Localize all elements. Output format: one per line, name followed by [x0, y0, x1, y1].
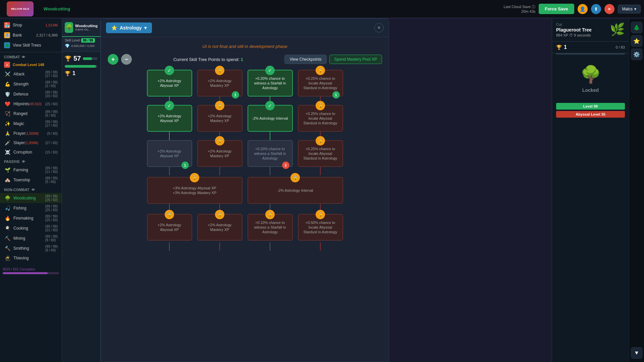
node-4-2[interactable]: 🔒 -2% Astrology Interval: [248, 177, 343, 204]
node-5-4[interactable]: 🔒 +0.50% chance to locate Abyssal Stardu…: [298, 214, 343, 241]
node-2-4[interactable]: 🔒 +0.25% chance to locate Abyssal Stardu…: [298, 105, 343, 132]
sidebar-item-bank[interactable]: 🏦 Bank 2,317 / 6,989: [0, 30, 62, 40]
trophy-icon-left: 🏆: [65, 55, 71, 62]
node-3-3[interactable]: +0.20% chance to witness a Starfall in A…: [248, 140, 293, 167]
farming-levels: (99 / 99)(11 / 60): [45, 166, 58, 174]
astrology-panel: ⭐ Astrology ▾ × UI is not final and stil…: [101, 18, 389, 362]
close-button[interactable]: ×: [604, 4, 614, 14]
right-icon-1[interactable]: 🌲: [631, 22, 642, 33]
node-3-4[interactable]: 🔒 +0.25% chance to locate Abyssal Stardu…: [298, 140, 343, 167]
node-1-4-lock: 🔒: [316, 66, 325, 75]
skill-item-mining[interactable]: ⛏️ Mining (99 / 99)(9 / 60): [0, 233, 62, 243]
wc-header: 🌳 Woodcutting Game Gu...: [62, 18, 101, 37]
right-icon-3[interactable]: ⚙️: [631, 49, 642, 60]
logo-image: MELVOR IDLE: [7, 1, 34, 16]
node-1-2[interactable]: 🔒 +2% Astrology Mastery XP 1: [197, 70, 243, 97]
level-bar-red: Abyssal Level 35: [556, 111, 625, 118]
node-4-1[interactable]: 🔒 +3% Astrology Abyssal XP +3% Astrology…: [147, 177, 243, 204]
chevron-down-icon: ▾: [634, 7, 636, 11]
defence-label: Defence: [13, 92, 43, 97]
skill-item-strength[interactable]: 💪 Strength (99 / 99)(2 / 60): [0, 79, 62, 89]
tree-row-4: 🔒 +3% Astrology Abyssal XP +3% Astrology…: [147, 177, 343, 204]
view-checkpoints-button[interactable]: View Checkpoints: [284, 55, 326, 64]
sidebar-item-view-skill-trees[interactable]: 🌲 View Skill Trees: [0, 40, 62, 50]
right-panel: Cut Plagueroot Tree 884 XP ⏱ 9 seconds 🌿…: [552, 18, 629, 362]
trophy-right-count: 1: [564, 44, 567, 50]
mining-levels: (99 / 99)(9 / 60): [45, 235, 58, 242]
township-levels: (99 / 99)(5 / 60): [45, 176, 58, 184]
node-5-3[interactable]: 🔒 +0.10% chance to witness a Starfall in…: [248, 214, 293, 241]
right-icon-bottom[interactable]: ▼: [631, 347, 642, 359]
node-5-2-lock: 🔒: [215, 210, 224, 219]
skill-item-smithing[interactable]: 🔨 Smithing (99 / 99)(9 / 60): [0, 243, 62, 253]
node-1-4[interactable]: 🔒 +0.25% chance to locate Abyssal Stardu…: [298, 70, 343, 97]
node-3-4-lock: 🔒: [316, 136, 325, 145]
xp-row: 💎 4,500,000 / 4,500: [65, 44, 98, 48]
node-2-2-lock: 🔒: [215, 101, 224, 110]
skill-item-prayer[interactable]: 🙏 Prayer(1,000M) (9 / 60): [0, 129, 62, 138]
node-1-3[interactable]: ✓ +0.20% chance to witness a Starfall in…: [248, 70, 293, 97]
username-area[interactable]: Malcs ▾: [618, 5, 641, 13]
upload-icon[interactable]: ⬆: [591, 4, 601, 14]
corruption-bar-area: 4015 / 601 Corruption: [0, 266, 62, 276]
skill-item-firemaking[interactable]: 🔥 Firemaking (99 / 99)(25 / 60): [0, 213, 62, 223]
astrology-tab-button[interactable]: ⭐ Astrology ▾: [106, 22, 152, 33]
skill-item-slayer[interactable]: 🗡️ Slayer(1,000M) (27 / 60): [0, 138, 62, 147]
bank-label: Bank: [13, 33, 34, 38]
profile-icon[interactable]: 👤: [578, 4, 588, 14]
node-3-2[interactable]: 🔒 +2% Astrology Mastery XP: [197, 140, 243, 167]
connector-2-3: [147, 132, 343, 140]
skill-item-cooking[interactable]: 🍳 Cooking (99 / 99)(21 / 60): [0, 223, 62, 233]
node-3-1[interactable]: +2% Astrology Abyssal XP 1: [147, 140, 192, 167]
right-side-icons: 🌲 ⭐ ⚙️ ▼: [629, 18, 644, 362]
node-1-2-badge: 1: [232, 91, 239, 99]
skill-item-woodcutting[interactable]: 🌳 Woodcutting (99 / 99)(26 / 60): [0, 193, 62, 203]
farming-icon: 🌱: [4, 167, 11, 173]
cut-text-area: Cut Plagueroot Tree 884 XP ⏱ 9 seconds: [556, 22, 592, 37]
level-bars-area: Level 99 Abyssal Level 35: [552, 103, 629, 118]
node-5-1[interactable]: 🔒 +2% Astrology Abyssal XP: [147, 214, 192, 241]
skill-item-attack[interactable]: ⚔️ Attack (99 / 99)(27 / 60): [0, 69, 62, 79]
node-2-2[interactable]: 🔒 +2% Astrology Mastery XP: [197, 105, 243, 132]
node-2-1[interactable]: ✓ +2% Astrology Abyssal XP: [147, 105, 192, 132]
sub-point-button[interactable]: −: [121, 54, 132, 65]
trophy-count-left2: 1: [72, 70, 75, 76]
skill-item-fishing[interactable]: 🎣 Fishing (99 / 99)(25 / 60): [0, 203, 62, 213]
skill-item-ranged[interactable]: 🏹 Ranged (99 / 99)(5 / 60): [0, 109, 62, 119]
right-icon-2[interactable]: ⭐: [631, 35, 642, 47]
skill-tree-content: UI is not final and still in development…: [101, 37, 389, 362]
prayer-label: Prayer(1,000M): [13, 131, 44, 136]
xp-side-fill: [65, 65, 96, 68]
abyssal-level-label: Abyssal Level 35: [576, 112, 605, 116]
skill-item-defence[interactable]: 🛡️ Defence (99 / 99)(20 / 60): [0, 89, 62, 99]
astrology-tab-label: Astrology: [120, 25, 142, 31]
node-5-4-lock: 🔒: [316, 210, 325, 219]
node-5-2[interactable]: 🔒 +2% Astrology Mastery XP: [197, 214, 243, 241]
skill-item-magic[interactable]: ✨ Magic (99 / 99)(17 / 60): [0, 119, 62, 129]
skill-item-township[interactable]: 🏘️ Township (99 / 99)(5 / 60): [0, 175, 62, 185]
spend-mastery-button[interactable]: Spend Mastery Pool XP: [329, 55, 382, 64]
skill-item-farming[interactable]: 🌱 Farming (99 / 99)(11 / 60): [0, 165, 62, 175]
skill-item-corruption[interactable]: ☠️ Corruption (15 / 60): [0, 147, 62, 157]
astrology-close-button[interactable]: ×: [374, 23, 384, 33]
corruption-icon: ☠️: [4, 149, 11, 156]
add-point-button[interactable]: +: [108, 54, 118, 65]
force-save-button[interactable]: Force Save: [539, 4, 574, 14]
skill-item-thieving[interactable]: 🥷 Thieving: [0, 253, 62, 263]
sidebar-item-shop[interactable]: 🏪 Shop 1,014M: [0, 20, 62, 30]
xp-value: 4,500,000 / 4,500: [71, 44, 95, 48]
combat-level-item[interactable]: ⚔ Combat Level 148: [0, 60, 62, 69]
sidebar-top-items: 🏪 Shop 1,014M 🏦 Bank 2,317 / 6,989 🌲 Vie…: [0, 18, 62, 52]
ranged-levels: (99 / 99)(5 / 60): [45, 110, 58, 117]
cooking-icon: 🍳: [4, 225, 11, 232]
node-3-1-badge: 1: [181, 162, 189, 169]
prayer-levels: (9 / 60): [47, 132, 58, 135]
node-2-3[interactable]: ✓ -2% Astrology Interval: [248, 105, 293, 132]
dev-notice: UI is not final and still in development…: [108, 44, 382, 49]
skill-trees-icon: 🌲: [4, 42, 10, 48]
active-skill-header: Woodcutting: [44, 6, 70, 11]
node-1-1[interactable]: ✓ +2% Astrology Abyssal XP: [147, 70, 192, 97]
skill-item-hitpoints[interactable]: ❤️ Hitpoints(49,910) (25 / 60): [0, 99, 62, 109]
firemaking-label: Firemaking: [13, 216, 43, 221]
strength-icon: 💪: [4, 81, 11, 87]
